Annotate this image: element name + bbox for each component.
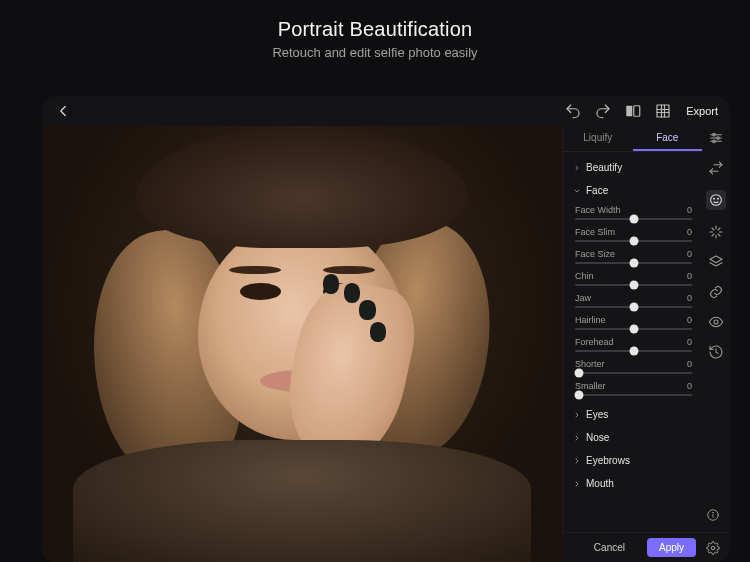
undo-icon[interactable] — [564, 102, 582, 120]
svg-point-19 — [714, 320, 718, 324]
slider-value: 0 — [687, 205, 692, 215]
group-label: Mouth — [586, 478, 614, 489]
slider-track[interactable] — [575, 328, 692, 330]
slider-face-slim: Face Slim0 — [575, 227, 692, 242]
group-label: Eyebrows — [586, 455, 630, 466]
tab-face[interactable]: Face — [633, 126, 703, 151]
slider-label: Jaw — [575, 293, 591, 303]
slider-thumb[interactable] — [629, 237, 638, 246]
face-tool-icon[interactable] — [706, 190, 726, 210]
group-face[interactable]: Face — [573, 179, 692, 202]
footer-bar: Cancel Apply — [562, 532, 730, 562]
group-beautify[interactable]: Beautify — [573, 156, 692, 179]
slider-track[interactable] — [575, 372, 692, 374]
panel-scroll[interactable]: Beautify Face Face Width0Face Slim0Face … — [563, 152, 702, 562]
back-button[interactable] — [54, 102, 72, 120]
group-label: Nose — [586, 432, 609, 443]
link-icon[interactable] — [708, 284, 724, 300]
workspace: Liquify Face Beautify Face Face Width0Fa… — [42, 126, 730, 562]
slider-value: 0 — [687, 271, 692, 281]
tab-liquify[interactable]: Liquify — [563, 126, 633, 151]
slider-forehead: Forehead0 — [575, 337, 692, 352]
adjust-icon[interactable] — [708, 130, 724, 146]
slider-label: Hairline — [575, 315, 606, 325]
slider-thumb[interactable] — [629, 259, 638, 268]
chevron-down-icon — [573, 187, 581, 195]
slider-label: Face Slim — [575, 227, 615, 237]
export-button[interactable]: Export — [686, 105, 718, 117]
slider-track[interactable] — [575, 394, 692, 396]
redo-icon[interactable] — [594, 102, 612, 120]
slider-hairline: Hairline0 — [575, 315, 692, 330]
history-icon[interactable] — [708, 344, 724, 360]
slider-label: Face Size — [575, 249, 615, 259]
slider-value: 0 — [687, 249, 692, 259]
group-eyes[interactable]: Eyes — [573, 403, 692, 426]
cancel-button[interactable]: Cancel — [582, 538, 637, 557]
eye-icon[interactable] — [708, 314, 724, 330]
slider-thumb[interactable] — [574, 391, 583, 400]
slider-chin: Chin0 — [575, 271, 692, 286]
chevron-right-icon — [573, 480, 581, 488]
slider-face-size: Face Size0 — [575, 249, 692, 264]
slider-track[interactable] — [575, 240, 692, 242]
svg-rect-2 — [657, 105, 669, 117]
group-label: Face — [586, 185, 608, 196]
slider-thumb[interactable] — [574, 369, 583, 378]
slider-shorter: Shorter0 — [575, 359, 692, 374]
slider-label: Forehead — [575, 337, 614, 347]
face-sliders: Face Width0Face Slim0Face Size0Chin0Jaw0… — [573, 205, 692, 396]
slider-thumb[interactable] — [629, 215, 638, 224]
panel-tabs: Liquify Face — [563, 126, 702, 152]
slider-value: 0 — [687, 381, 692, 391]
slider-label: Face Width — [575, 205, 621, 215]
layers-icon[interactable] — [708, 254, 724, 270]
slider-thumb[interactable] — [629, 303, 638, 312]
slider-track[interactable] — [575, 350, 692, 352]
hero-subtitle: Retouch and edit selfie photo easily — [0, 45, 750, 60]
sparkle-icon[interactable] — [708, 224, 724, 240]
slider-track[interactable] — [575, 218, 692, 220]
image-canvas[interactable] — [42, 126, 562, 562]
info-icon[interactable] — [706, 508, 720, 522]
slider-label: Shorter — [575, 359, 605, 369]
gear-icon[interactable] — [706, 541, 720, 555]
tool-rail — [702, 126, 730, 562]
side-panel: Liquify Face Beautify Face Face Width0Fa… — [562, 126, 702, 562]
group-nose[interactable]: Nose — [573, 426, 692, 449]
slider-value: 0 — [687, 293, 692, 303]
grid-icon[interactable] — [654, 102, 672, 120]
topbar: Export — [42, 96, 730, 126]
slider-track[interactable] — [575, 306, 692, 308]
app-window: Export Liquify Face — [42, 96, 730, 562]
slider-jaw: Jaw0 — [575, 293, 692, 308]
slider-value: 0 — [687, 315, 692, 325]
group-label: Eyes — [586, 409, 608, 420]
slider-label: Smaller — [575, 381, 606, 391]
slider-thumb[interactable] — [629, 325, 638, 334]
svg-rect-0 — [626, 106, 632, 117]
compare-icon[interactable] — [624, 102, 642, 120]
slider-face-width: Face Width0 — [575, 205, 692, 220]
group-mouth[interactable]: Mouth — [573, 472, 692, 495]
swap-icon[interactable] — [708, 160, 724, 176]
svg-point-15 — [711, 195, 722, 206]
svg-marker-18 — [710, 256, 722, 263]
slider-track[interactable] — [575, 262, 692, 264]
svg-point-17 — [718, 198, 719, 199]
slider-value: 0 — [687, 227, 692, 237]
svg-point-16 — [714, 198, 715, 199]
slider-track[interactable] — [575, 284, 692, 286]
slider-thumb[interactable] — [629, 281, 638, 290]
hero-title: Portrait Beautification — [0, 18, 750, 41]
group-eyebrows[interactable]: Eyebrows — [573, 449, 692, 472]
svg-rect-1 — [634, 106, 640, 117]
slider-label: Chin — [575, 271, 594, 281]
slider-value: 0 — [687, 337, 692, 347]
group-label: Beautify — [586, 162, 622, 173]
portrait-image — [42, 126, 562, 562]
slider-value: 0 — [687, 359, 692, 369]
svg-point-22 — [713, 512, 714, 513]
apply-button[interactable]: Apply — [647, 538, 696, 557]
slider-thumb[interactable] — [629, 347, 638, 356]
